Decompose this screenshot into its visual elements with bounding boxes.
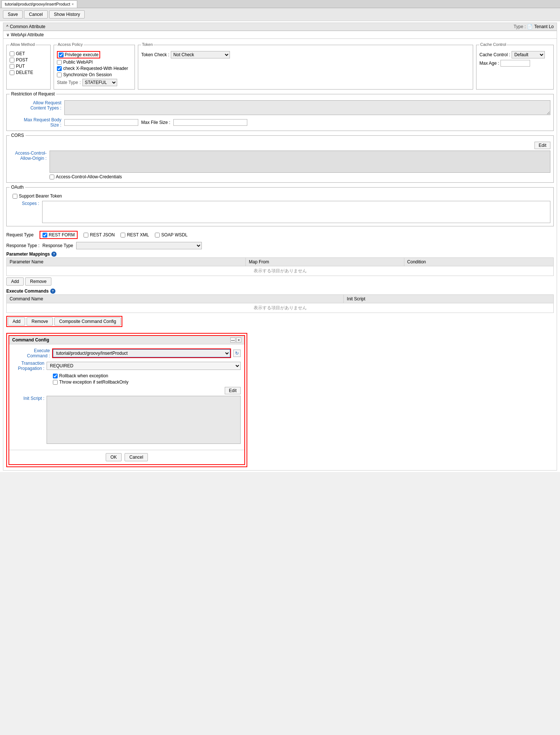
dialog-minimize-button[interactable]: —	[230, 337, 235, 343]
save-button[interactable]: Save	[3, 10, 23, 18]
public-webapi-checkbox[interactable]	[57, 60, 62, 65]
show-history-button[interactable]: Show History	[49, 10, 85, 18]
sync-session-row: Synchronize On Session	[57, 72, 132, 77]
public-webapi-row: Public WebAPI	[57, 60, 132, 65]
execute-command-label: ExecuteCommand :	[13, 348, 50, 358]
max-body-input[interactable]	[64, 119, 138, 126]
max-age-label: Max Age :	[479, 61, 499, 66]
execute-commands-info-icon[interactable]: ?	[50, 289, 55, 294]
allow-request-textarea[interactable]	[64, 100, 550, 115]
execute-command-row: ExecuteCommand : tutorial/product/groovy…	[13, 348, 241, 358]
sync-session-checkbox[interactable]	[57, 73, 62, 77]
param-name-col: Parameter Name	[7, 258, 246, 266]
oauth-title: OAuth	[10, 185, 25, 190]
credentials-label: Access-Control-Allow-Credentials	[56, 174, 122, 179]
request-type-label: Request Type	[6, 232, 34, 237]
token-check-select[interactable]: Not Check Check Optional	[171, 51, 230, 58]
map-from-col: Map From	[246, 258, 404, 266]
token-title: Token	[141, 42, 153, 47]
delete-label: DELETE	[16, 70, 33, 75]
privilege-execute-label: Privilege execute	[65, 52, 98, 57]
allow-method-put: PUT	[10, 64, 47, 69]
dialog-body: ExecuteCommand : tutorial/product/groovy…	[9, 344, 244, 450]
access-policy-title: Access Policy	[57, 42, 84, 47]
tenant-label: Tenant Lo	[534, 24, 554, 29]
allow-request-label: Allow RequestContent Types :	[10, 100, 61, 111]
execute-commands-table: Command Name Init Script 表示する項目がありません	[6, 294, 554, 313]
state-type-select[interactable]: STATEFUL STATELESS	[82, 79, 117, 86]
init-script-textarea[interactable]	[47, 396, 241, 444]
dialog-ok-button[interactable]: OK	[106, 453, 122, 461]
support-bearer-label: Support Bearer Token	[19, 193, 62, 199]
max-age-input[interactable]: -1	[500, 60, 530, 67]
dialog-bottom-buttons: OK Cancel	[9, 450, 244, 464]
response-type-field-label: Response Type	[43, 243, 73, 248]
execute-command-select[interactable]: tutorial/product/groovy/InsertProduct	[53, 349, 230, 357]
parameter-add-button[interactable]: Add	[6, 277, 24, 286]
post-checkbox[interactable]	[10, 58, 14, 63]
execute-remove-button[interactable]: Remove	[27, 317, 53, 326]
allow-method-get: GET	[10, 51, 47, 56]
rollback-checkbox[interactable]	[53, 374, 58, 378]
allow-method-post: POST	[10, 57, 47, 63]
type-label: Type :	[514, 24, 526, 29]
get-checkbox[interactable]	[10, 51, 14, 56]
command-config-container: Command Config — × ExecuteCommand :	[6, 333, 247, 467]
rest-json-label: REST JSON	[90, 232, 115, 237]
max-file-label: Max File Size :	[141, 120, 170, 125]
dialog-close-button[interactable]: ×	[236, 337, 241, 343]
throw-exception-checkbox[interactable]	[53, 380, 58, 385]
check-x-requested-checkbox[interactable]	[57, 66, 62, 71]
execute-add-button[interactable]: Add	[8, 317, 25, 326]
init-script-label: Init Script :	[13, 396, 44, 401]
cache-control-select[interactable]: Default No Cache Public Private	[512, 51, 545, 58]
cors-textarea[interactable]	[50, 151, 550, 173]
response-type-label: Response Type :	[6, 243, 40, 248]
rest-form-checkbox[interactable]	[43, 233, 47, 237]
request-type-section: Request Type REST FORM REST JSON REST XM…	[6, 231, 554, 239]
init-script-col: Init Script	[344, 295, 554, 303]
throw-exception-label: Throw exception if setRollbackOnly	[59, 380, 128, 385]
transaction-propagation-select[interactable]: REQUIRED REQUIRES_NEW SUPPORTS NOT_SUPPO…	[47, 362, 241, 370]
active-tab[interactable]: tutorial/product/groovy/insertProduct ×	[1, 0, 77, 8]
dialog-cancel-button[interactable]: Cancel	[125, 453, 148, 461]
execute-commands-empty-row: 表示する項目がありません	[7, 303, 554, 313]
support-bearer-checkbox[interactable]	[13, 194, 17, 199]
rollback-row: Rollback when exception	[53, 373, 241, 378]
toolbar: Save Cancel Show History	[0, 8, 560, 21]
privilege-execute-checkbox[interactable]	[59, 53, 64, 57]
common-attr-label: Common Attribute	[10, 24, 45, 29]
rest-xml-label: REST XML	[127, 232, 149, 237]
parameter-mappings-info-icon[interactable]: ?	[51, 252, 57, 257]
rest-json-checkbox[interactable]	[84, 233, 88, 237]
cors-edit-button[interactable]: Edit	[534, 142, 550, 149]
public-webapi-label: Public WebAPI	[63, 60, 93, 65]
token-check-label: Token Check :	[141, 52, 169, 57]
soap-wsdl-checkbox[interactable]	[155, 233, 160, 237]
put-checkbox[interactable]	[10, 64, 14, 69]
webapi-attribute-header[interactable]: ∨ WebApi Attribute	[3, 31, 557, 38]
parameter-remove-button[interactable]: Remove	[25, 277, 51, 286]
webapi-toggle: ∨	[6, 32, 10, 37]
token-check-row: Token Check : Not Check Check Optional	[141, 51, 470, 58]
rest-xml-checkbox[interactable]	[121, 233, 125, 237]
state-type-label: State Type	[57, 80, 78, 85]
response-type-select[interactable]	[76, 242, 202, 249]
composite-command-button[interactable]: Composite Command Config	[54, 317, 121, 326]
max-file-input[interactable]	[173, 119, 247, 126]
tab-close-icon[interactable]: ×	[72, 2, 74, 6]
command-config-edit-button[interactable]: Edit	[225, 387, 241, 394]
dialog-titlebar: Command Config — ×	[9, 336, 244, 344]
throw-exception-row: Throw exception if setRollbackOnly	[53, 380, 241, 385]
credentials-checkbox[interactable]	[50, 175, 54, 179]
cancel-button[interactable]: Cancel	[24, 10, 47, 18]
command-config-dialog: Command Config — × ExecuteCommand :	[9, 335, 245, 465]
scopes-textarea[interactable]	[42, 201, 550, 223]
execute-command-refresh-button[interactable]: ↻	[233, 350, 241, 357]
cache-control-title: Cache Control	[479, 42, 507, 47]
cache-control-row: Cache Control : Default No Cache Public …	[479, 51, 550, 58]
parameter-mappings-table: Parameter Name Map From Condition 表示する項目…	[6, 257, 554, 276]
sync-session-label: Synchronize On Session	[63, 72, 112, 77]
delete-checkbox[interactable]	[10, 70, 14, 75]
common-attribute-header[interactable]: ^ Common Attribute Type : 📄 Tenant Lo	[3, 23, 557, 31]
